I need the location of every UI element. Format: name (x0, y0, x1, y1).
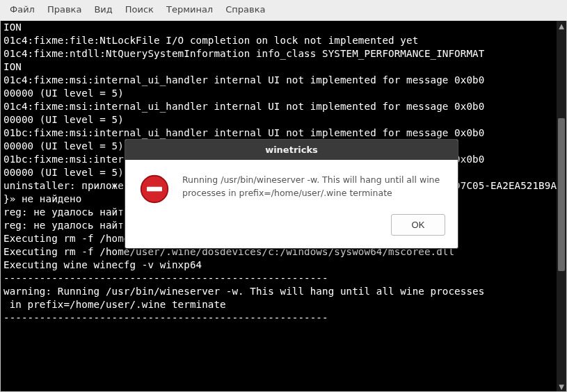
dialog-message: Running /usr/bin/wineserver -w. This wil… (182, 174, 442, 204)
terminal-line: ION (3, 61, 22, 72)
terminal-line: warning: Running /usr/bin/wineserver -w.… (3, 286, 484, 297)
scrollbar-up-icon[interactable]: ▲ (557, 21, 566, 31)
terminal-line: 01c4:fixme:msi:internal_ui_handler inter… (3, 101, 484, 112)
terminal-window: ION 01c4:fixme:file:NtLockFile I/O compl… (0, 21, 567, 392)
terminal-line: 00000 (UI level = 5) (3, 167, 124, 178)
svg-rect-2 (147, 187, 162, 191)
terminal-line: 00000 (UI level = 5) (3, 88, 124, 99)
dialog-title[interactable]: winetricks (125, 140, 458, 160)
scrollbar-down-icon[interactable]: ▼ (557, 382, 566, 391)
terminal-line: 00000 (UI level = 5) (3, 114, 124, 125)
menubar: Файл Правка Вид Поиск Терминал Справка (0, 0, 567, 21)
menu-terminal[interactable]: Терминал (166, 4, 213, 15)
terminal-line: }» не найдено (3, 193, 81, 204)
menu-file[interactable]: Файл (10, 4, 35, 15)
menu-view[interactable]: Вид (94, 4, 112, 15)
terminal-line: 01bc:fixme:msi:internal_ui_handler inter… (3, 127, 484, 138)
menu-help[interactable]: Справка (225, 4, 265, 15)
scrollbar-thumb[interactable] (558, 118, 565, 271)
terminal-scrollbar[interactable]: ▲ ▼ (557, 21, 566, 391)
ok-button[interactable]: OK (391, 214, 445, 236)
terminal-line: 01c4:fixme:msi:internal_ui_handler inter… (3, 74, 484, 85)
winetricks-dialog: winetricks Running /usr/bin/wineserver -… (125, 139, 458, 249)
error-stop-icon (139, 174, 170, 204)
terminal-line: in prefix=/home/user/.wine terminate (3, 299, 226, 310)
menu-edit[interactable]: Правка (47, 4, 81, 15)
menu-search[interactable]: Поиск (125, 4, 154, 15)
terminal-line: Executing wine winecfg -v winxp64 (3, 259, 202, 270)
terminal-line: ION (3, 22, 22, 33)
terminal-line: 01c4:fixme:ntdll:NtQuerySystemInformatio… (3, 48, 484, 59)
terminal-line: ----------------------------------------… (3, 272, 328, 284)
terminal-line: ----------------------------------------… (3, 312, 328, 323)
terminal-line: 01c4:fixme:file:NtLockFile I/O completio… (3, 35, 418, 46)
terminal-line: 00000 (UI level = 5) (3, 140, 124, 152)
